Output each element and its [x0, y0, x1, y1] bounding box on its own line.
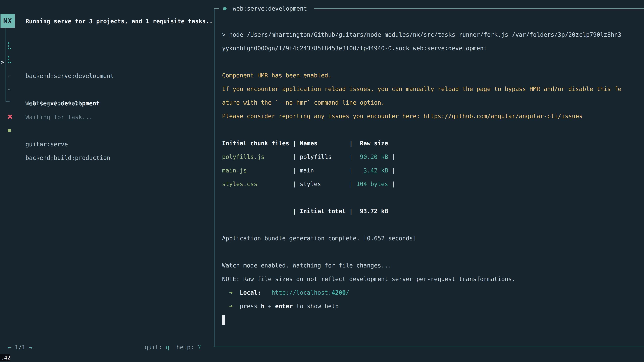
terminal-text: polyfills — [300, 153, 349, 160]
terminal-line: ature with the `--no-hmr` command line o… — [222, 96, 641, 109]
terminal-text: | — [388, 153, 395, 160]
terminal-line — [222, 245, 641, 259]
arrow-icon: ➜ — [229, 303, 232, 310]
terminal-text: | — [349, 153, 360, 160]
nx-tui-screen: NX Running serve for 3 projects, and 1 r… — [0, 0, 644, 362]
terminal-line — [222, 218, 641, 232]
terminal-text: kB — [378, 167, 388, 174]
waiting-dot-icon — [8, 75, 10, 77]
task-label: Waiting for task... — [26, 96, 92, 110]
terminal-line — [222, 191, 641, 204]
pager-next-arrow-icon[interactable]: → — [29, 344, 32, 351]
terminal-line: Please consider reporting any issues you… — [222, 109, 641, 123]
arrow-icon: ➜ — [229, 289, 232, 296]
help-label: help: — [176, 344, 194, 351]
terminal-text: 90.20 kB — [360, 153, 388, 160]
terminal-line: styles.css | styles | 104 bytes | — [222, 177, 641, 191]
terminal-text: | Initial total | 93.72 kB — [222, 208, 388, 215]
terminal-text: | — [349, 181, 356, 187]
panel-title: web:serve:development — [233, 2, 307, 15]
terminal-line: Watch mode enabled. Watching for file ch… — [222, 259, 641, 272]
task-row-backend-build[interactable]: backend:build:production — [0, 123, 213, 137]
terminal-text: polyfills.js — [222, 153, 293, 160]
terminal-text — [261, 289, 272, 296]
terminal-text: Initial chunk files | Names | Raw size — [222, 140, 388, 147]
pager-prev-arrow-icon[interactable]: ← — [8, 344, 11, 351]
terminal-text: | — [349, 167, 364, 174]
braille-spinner-icon — [8, 42, 11, 50]
terminal-text: main — [300, 167, 349, 174]
terminal-line: ➜ Local: http://localhost:4200/ — [222, 286, 641, 300]
terminal-line: ➜ press h + enter to show help — [222, 300, 641, 313]
run-summary-title: Running serve for 3 projects, and 1 requ… — [26, 14, 213, 28]
terminal-text — [222, 303, 229, 310]
task-row-waiting-1[interactable]: Waiting for task... — [0, 69, 213, 83]
terminal-text: h — [261, 303, 264, 310]
terminal-text: to show help — [293, 303, 338, 310]
help-key: ? — [198, 344, 201, 351]
terminal-text: | — [388, 181, 395, 187]
terminal-output: > node /Users/mhartington/Github/guitars… — [222, 28, 641, 327]
terminal-text: enter — [275, 303, 293, 310]
task-row-guitar-serve[interactable]: guitar:serve — [0, 110, 213, 124]
panel-border-top — [314, 8, 644, 9]
localhost-link[interactable]: http://localhost: — [272, 289, 332, 296]
task-row-backend-serve[interactable]: backend:serve:development — [0, 41, 213, 55]
terminal-text: Watch mode enabled. Watching for file ch… — [222, 262, 392, 269]
panel-border-left — [214, 8, 214, 347]
terminal-line: polyfills.js | polyfills | 90.20 kB | — [222, 150, 641, 164]
terminal-line: NOTE: Raw file sizes do not reflect deve… — [222, 272, 641, 286]
quit-key: q — [166, 344, 169, 351]
terminal-line — [222, 313, 641, 327]
terminal-text: Local: — [240, 289, 261, 296]
terminal-text: Please consider reporting any issues you… — [222, 113, 582, 119]
tooltip-fragment: .42 — [0, 354, 10, 361]
terminal-text: | — [293, 153, 300, 160]
braille-spinner-icon — [8, 56, 11, 63]
terminal-line: yyknnbtgh0000gn/T/9f4c243785f8453e3f00/f… — [222, 41, 641, 55]
terminal-line — [222, 55, 641, 69]
terminal-line: If you encounter application reload issu… — [222, 82, 641, 96]
task-row-web-serve[interactable]: > web:serve:development — [0, 55, 213, 69]
quit-label: quit: — [144, 344, 162, 351]
failed-x-icon — [8, 115, 12, 119]
terminal-line: Component HMR has been enabled. — [222, 69, 641, 82]
terminal-text: > node /Users/mhartington/Github/guitars… — [222, 31, 621, 38]
terminal-line — [222, 123, 641, 137]
task-pager: ← 1/1 → — [8, 340, 32, 354]
terminal-line: main.js | main | 3.42 kB | — [222, 164, 641, 177]
localhost-link[interactable]: / — [346, 289, 349, 296]
task-row-waiting-2[interactable]: Waiting for task... — [0, 83, 213, 96]
panel-border-top-stub — [214, 8, 219, 9]
terminal-text: Application bundle generation complete. … — [222, 235, 416, 242]
pager-label: 1/1 — [15, 344, 25, 351]
terminal-text: | — [293, 167, 300, 174]
success-square-icon — [8, 129, 11, 132]
terminal-text — [232, 303, 240, 310]
terminal-text — [222, 289, 229, 296]
nx-logo-badge: NX — [0, 14, 15, 28]
task-label: backend:build:production — [26, 151, 110, 165]
keyboard-shortcuts-hint: quit: q help: ? — [144, 340, 201, 354]
terminal-text: 3.42 — [364, 167, 378, 174]
terminal-text: main.js — [222, 167, 293, 174]
terminal-cursor — [222, 316, 225, 325]
terminal-text — [232, 289, 240, 296]
task-label: guitar:serve — [26, 137, 68, 151]
terminal-line: Initial chunk files | Names | Raw size — [222, 137, 641, 150]
localhost-link[interactable]: 4200 — [332, 289, 346, 296]
selected-chevron-icon: > — [0, 55, 4, 69]
terminal-text: press — [240, 303, 261, 310]
terminal-text: Component HMR has been enabled. — [222, 72, 332, 79]
terminal-text: | — [388, 167, 395, 174]
terminal-text: | — [293, 181, 300, 187]
running-task-dot-icon — [223, 7, 226, 10]
terminal-text: styles.css — [222, 181, 293, 187]
terminal-text: ature with the `--no-hmr` command line o… — [222, 99, 384, 106]
panel-border-bottom — [214, 347, 644, 347]
terminal-line: | Initial total | 93.72 kB — [222, 204, 641, 218]
terminal-text: yyknnbtgh0000gn/T/9f4c243785f8453e3f00/f… — [222, 45, 487, 52]
terminal-line: Application bundle generation complete. … — [222, 232, 641, 245]
terminal-text: If you encounter application reload issu… — [222, 86, 621, 92]
terminal-line: > node /Users/mhartington/Github/guitars… — [222, 28, 641, 41]
